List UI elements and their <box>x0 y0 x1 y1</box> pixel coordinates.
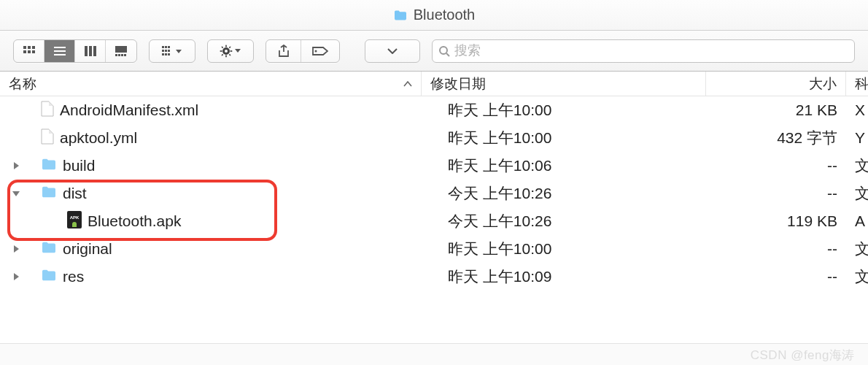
file-date: 昨天 上午10:00 <box>422 96 706 124</box>
file-date: 昨天 上午10:09 <box>422 263 706 291</box>
svg-rect-13 <box>115 54 117 56</box>
file-name: apktool.yml <box>60 129 137 147</box>
column-kind-label: 科 <box>855 74 868 93</box>
folder-icon <box>393 9 408 21</box>
group-by-button[interactable] <box>149 39 195 63</box>
column-kind[interactable]: 科 <box>846 72 868 96</box>
file-kind: 文 <box>846 235 868 263</box>
svg-rect-3 <box>23 50 26 53</box>
svg-text:APK: APK <box>70 215 80 220</box>
search-field[interactable] <box>432 39 855 63</box>
svg-rect-18 <box>165 46 167 48</box>
file-kind: 文 <box>846 263 868 291</box>
file-size: -- <box>706 263 846 291</box>
svg-rect-10 <box>89 46 92 56</box>
file-date: 昨天 上午10:06 <box>422 152 706 180</box>
file-name: AndroidManifest.xml <box>60 101 198 119</box>
svg-rect-22 <box>168 50 170 52</box>
svg-rect-11 <box>93 46 96 56</box>
file-icon <box>41 101 54 120</box>
file-size: -- <box>706 152 846 180</box>
column-size[interactable]: 大小 <box>706 72 846 96</box>
column-header: 名称 修改日期 大小 科 <box>0 72 868 96</box>
disclosure-triangle-icon[interactable] <box>9 272 23 281</box>
file-icon <box>41 128 54 148</box>
svg-rect-25 <box>168 53 170 55</box>
folder-icon <box>41 157 57 174</box>
svg-rect-33 <box>72 224 77 227</box>
search-input[interactable] <box>454 43 848 58</box>
disclosure-triangle-icon[interactable] <box>9 161 23 170</box>
list-view-button[interactable] <box>44 40 75 62</box>
table-row[interactable]: dist今天 上午10:26--文 <box>0 180 868 207</box>
file-date: 昨天 上午10:00 <box>422 235 706 263</box>
disclosure-triangle-icon[interactable] <box>9 245 23 253</box>
svg-rect-24 <box>165 53 167 55</box>
svg-rect-16 <box>124 54 126 56</box>
svg-point-29 <box>440 47 447 54</box>
folder-icon <box>41 240 57 258</box>
tag-button[interactable] <box>301 40 339 62</box>
svg-rect-23 <box>162 53 164 55</box>
file-kind: Y <box>846 124 868 152</box>
table-row[interactable]: build昨天 上午10:06--文 <box>0 152 868 180</box>
file-name: build <box>63 157 95 174</box>
share-button[interactable] <box>266 40 301 62</box>
svg-point-28 <box>315 50 317 52</box>
table-row[interactable]: apktool.yml昨天 上午10:00432 字节Y <box>0 124 868 152</box>
share-tag-segment <box>266 39 340 63</box>
view-mode-segment <box>13 39 137 63</box>
path-dropdown-button[interactable] <box>365 39 420 63</box>
svg-rect-4 <box>28 50 31 53</box>
svg-rect-9 <box>85 46 88 56</box>
icon-view-button[interactable] <box>14 40 44 62</box>
file-size: -- <box>706 235 846 263</box>
file-date: 今天 上午10:26 <box>422 207 706 235</box>
svg-rect-17 <box>162 46 164 48</box>
folder-icon <box>41 268 57 285</box>
file-size: 432 字节 <box>706 124 846 152</box>
sort-ascending-icon <box>403 81 412 87</box>
svg-rect-8 <box>54 54 66 55</box>
table-row[interactable]: res昨天 上午10:09--文 <box>0 263 868 291</box>
file-name: Bluetooth.apk <box>88 212 181 230</box>
svg-rect-7 <box>54 50 66 52</box>
file-kind: 文 <box>846 152 868 180</box>
table-row[interactable]: APKBluetooth.apk今天 上午10:26119 KBA <box>0 207 868 235</box>
column-date[interactable]: 修改日期 <box>422 72 706 96</box>
svg-rect-20 <box>162 50 164 52</box>
file-kind: 文 <box>846 180 868 207</box>
file-size: -- <box>706 180 846 207</box>
action-menu-button[interactable] <box>207 39 254 63</box>
titlebar: Bluetooth <box>0 0 868 31</box>
gallery-view-button[interactable] <box>106 40 136 62</box>
svg-rect-0 <box>23 46 26 49</box>
status-bar <box>0 343 868 365</box>
svg-rect-1 <box>28 46 31 49</box>
table-row[interactable]: original昨天 上午10:00--文 <box>0 235 868 263</box>
svg-rect-2 <box>32 46 35 49</box>
svg-rect-5 <box>32 50 35 53</box>
column-view-button[interactable] <box>75 40 106 62</box>
svg-rect-21 <box>165 50 167 52</box>
svg-rect-19 <box>168 46 170 48</box>
file-kind: X <box>846 96 868 124</box>
svg-rect-15 <box>121 54 123 56</box>
file-name: dist <box>63 185 87 202</box>
column-name-label: 名称 <box>9 74 36 93</box>
file-size: 119 KB <box>706 207 846 235</box>
file-name: res <box>63 268 84 285</box>
svg-rect-12 <box>115 46 127 53</box>
file-date: 昨天 上午10:00 <box>422 124 706 152</box>
column-date-label: 修改日期 <box>430 74 486 93</box>
file-name: original <box>63 240 112 258</box>
disclosure-triangle-icon[interactable] <box>9 190 23 197</box>
search-icon <box>438 45 450 57</box>
file-size: 21 KB <box>706 96 846 124</box>
table-row[interactable]: AndroidManifest.xml昨天 上午10:0021 KBX <box>0 96 868 124</box>
window-title: Bluetooth <box>414 7 476 23</box>
file-date: 今天 上午10:26 <box>422 180 706 207</box>
folder-icon <box>41 185 57 202</box>
column-size-label: 大小 <box>809 74 837 93</box>
column-name[interactable]: 名称 <box>0 72 422 96</box>
